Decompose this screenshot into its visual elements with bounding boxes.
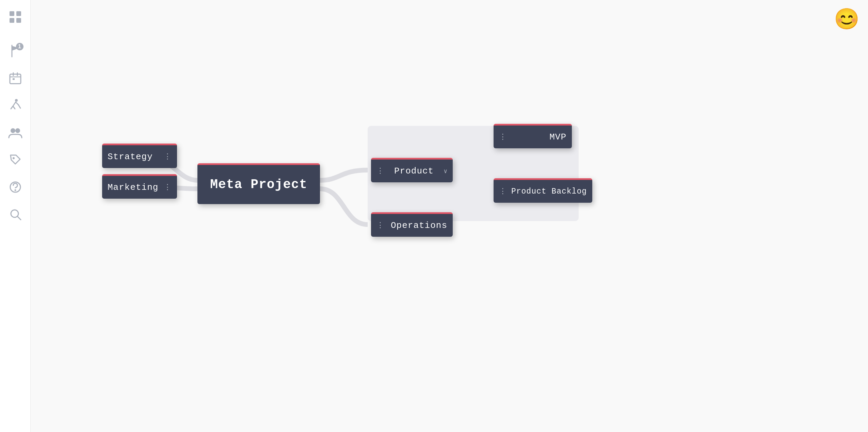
sidebar: 1 [0,0,31,432]
svg-point-10 [15,99,18,102]
svg-rect-5 [10,74,21,84]
meta-project-node[interactable]: Meta Project [197,163,320,204]
mvp-node[interactable]: ⋮ MVP [494,124,572,148]
svg-line-11 [18,105,20,108]
strategy-label: Strategy [108,152,153,162]
svg-rect-1 [16,11,21,16]
product-chevron-icon[interactable]: ∨ [444,167,447,175]
grid-icon[interactable] [5,7,26,27]
strategy-node[interactable]: Strategy ⋮ [102,144,177,168]
svg-rect-0 [10,11,14,16]
mvp-label: MVP [549,132,566,142]
product-backlog-node[interactable]: ⋮ Product Backlog [494,178,592,203]
product-backlog-label: Product Backlog [511,187,587,196]
meta-project-label: Meta Project [210,177,307,192]
svg-point-14 [13,157,15,159]
help-icon[interactable] [5,177,26,197]
operations-label: Operations [391,220,447,231]
flag-count-badge: 1 [16,43,23,50]
calendar-icon[interactable] [5,68,26,88]
svg-point-13 [15,128,20,133]
svg-rect-2 [10,18,14,23]
person-run-icon[interactable] [5,95,26,116]
mindmap-canvas: Strategy ⋮ Marketing ⋮ Meta Project ⋮ Pr… [31,0,868,432]
search-icon[interactable] [5,204,26,225]
product-dots-icon[interactable]: ⋮ [376,166,384,176]
operations-node[interactable]: ⋮ Operations [371,212,453,237]
flag-badge[interactable]: 1 [5,41,26,61]
user-avatar[interactable]: 😊 [834,7,858,31]
operations-dots-icon[interactable]: ⋮ [376,221,384,230]
svg-rect-9 [13,78,15,80]
group-icon[interactable] [5,122,26,143]
svg-rect-3 [16,18,21,23]
mvp-dots-icon[interactable]: ⋮ [499,132,507,142]
strategy-dots-icon[interactable]: ⋮ [164,152,172,161]
svg-line-18 [17,216,21,220]
tag-icon[interactable] [5,150,26,170]
product-node[interactable]: ⋮ Product ∨ [371,158,453,182]
product-label: Product [394,166,434,176]
marketing-label: Marketing [108,182,158,193]
svg-point-12 [11,128,15,133]
svg-point-16 [14,189,16,191]
product-backlog-dots-icon[interactable]: ⋮ [499,187,507,196]
marketing-dots-icon[interactable]: ⋮ [164,183,172,192]
marketing-node[interactable]: Marketing ⋮ [102,174,177,199]
